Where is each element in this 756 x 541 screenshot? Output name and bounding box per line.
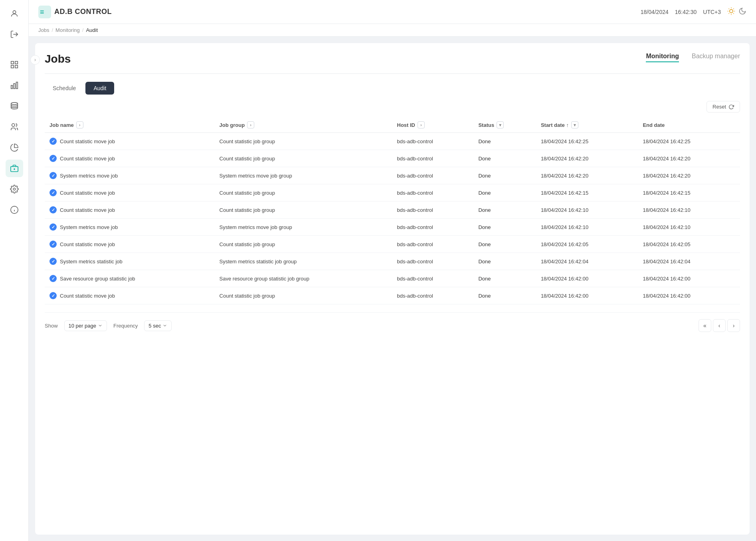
job-name-cell: System metrics move job	[45, 167, 215, 184]
reset-button[interactable]: Reset	[707, 101, 740, 113]
svg-line-27	[729, 13, 729, 14]
col-job-group: Job group ›	[215, 117, 392, 133]
host-id-cell: bds-adb-control	[392, 133, 474, 150]
job-group-cell: System metrics move job group	[215, 219, 392, 236]
breadcrumb-sep-2: /	[82, 27, 84, 33]
start-date-cell: 18/04/2024 16:42:25	[536, 133, 638, 150]
sidebar-item-users[interactable]	[6, 118, 23, 136]
job-group-cell: Count statistic job group	[215, 201, 392, 219]
tab-backup-manager[interactable]: Backup manager	[692, 53, 740, 62]
status-cell: Done	[473, 270, 536, 287]
table-row[interactable]: Count statistic move job Count statistic…	[45, 287, 740, 304]
job-name: System metrics move job	[60, 173, 118, 179]
first-page-btn[interactable]: «	[699, 319, 711, 332]
start-date-cell: 18/04/2024 16:42:10	[536, 201, 638, 219]
subtab-schedule[interactable]: Schedule	[45, 82, 84, 95]
host-id-cell: bds-adb-control	[392, 167, 474, 184]
table-body: Count statistic move job Count statistic…	[45, 133, 740, 304]
filter-start-date[interactable]: ▼	[571, 121, 578, 128]
content-wrapper: › Jobs Monitoring Backup manager Schedul…	[29, 37, 756, 541]
frequency-select[interactable]: 5 sec	[144, 320, 172, 331]
sidebar-item-analytics[interactable]	[6, 77, 23, 94]
end-date-cell: 18/04/2024 16:42:05	[638, 236, 740, 253]
reset-icon	[728, 104, 734, 110]
table: Job name › Job group ›	[45, 117, 740, 304]
sidebar-item-charts[interactable]	[6, 139, 23, 156]
per-page-value: 10 per page	[69, 323, 96, 329]
sort-job-name[interactable]: ›	[76, 121, 83, 128]
job-name-cell: Count statistic move job	[45, 201, 215, 219]
col-status: Status ▼	[473, 117, 536, 133]
header-time: 16:42:30	[675, 9, 697, 15]
sidebar-item-database[interactable]	[6, 97, 23, 115]
status-cell: Done	[473, 287, 536, 304]
host-id-cell: bds-adb-control	[392, 253, 474, 270]
col-start-date: Start date ↑ ▼	[536, 117, 638, 133]
host-id-cell: bds-adb-control	[392, 219, 474, 236]
logo-icon: ≡	[38, 6, 51, 18]
job-group-cell: Count statistic job group	[215, 133, 392, 150]
prev-page-btn[interactable]: ‹	[713, 319, 726, 332]
header: ≡ AD.B CONTROL 18/04/2024 16:42:30 UTC+3	[29, 0, 756, 24]
show-label: Show	[45, 323, 58, 329]
table-row[interactable]: System metrics move job System metrics m…	[45, 219, 740, 236]
start-date-cell: 18/04/2024 16:42:20	[536, 167, 638, 184]
per-page-select[interactable]: 10 per page	[64, 320, 107, 331]
sidebar	[0, 0, 29, 541]
next-page-btn[interactable]: ›	[727, 319, 740, 332]
collapse-sidebar-btn[interactable]: ›	[30, 55, 40, 65]
table-row[interactable]: System metrics move job System metrics m…	[45, 167, 740, 184]
sidebar-item-logout[interactable]	[6, 26, 23, 43]
job-name: Count statistic move job	[60, 241, 115, 247]
job-group-cell: Count statistic job group	[215, 150, 392, 167]
job-name: Save resource group statistic job	[60, 276, 135, 282]
sidebar-item-settings[interactable]	[6, 180, 23, 198]
end-date-cell: 18/04/2024 16:42:10	[638, 201, 740, 219]
sort-host-id[interactable]: ›	[418, 121, 425, 128]
svg-rect-7	[14, 83, 15, 89]
table-row[interactable]: Count statistic move job Count statistic…	[45, 150, 740, 167]
main-content: ≡ AD.B CONTROL 18/04/2024 16:42:30 UTC+3	[29, 0, 756, 541]
moon-icon[interactable]	[738, 7, 746, 16]
table-row[interactable]: Count statistic move job Count statistic…	[45, 201, 740, 219]
job-name: Count statistic move job	[60, 293, 115, 299]
breadcrumb-monitoring[interactable]: Monitoring	[55, 27, 80, 33]
job-name: System metrics move job	[60, 224, 118, 230]
table-row[interactable]: Count statistic move job Count statistic…	[45, 236, 740, 253]
svg-point-20	[730, 10, 733, 13]
svg-rect-8	[16, 82, 18, 89]
table-row[interactable]: System metrics statistic job System metr…	[45, 253, 740, 270]
sidebar-item-jobs[interactable]	[6, 160, 23, 177]
svg-line-23	[729, 9, 729, 9]
sidebar-item-dashboard[interactable]	[6, 56, 23, 73]
status-cell: Done	[473, 201, 536, 219]
table-row[interactable]: Save resource group statistic job Save r…	[45, 270, 740, 287]
end-date-cell: 18/04/2024 16:42:00	[638, 287, 740, 304]
sun-icon[interactable]	[727, 7, 735, 16]
subtab-audit[interactable]: Audit	[85, 82, 114, 95]
job-name: Count statistic move job	[60, 138, 115, 144]
status-check-icon	[49, 189, 57, 196]
svg-rect-2	[11, 61, 13, 64]
header-right: 18/04/2024 16:42:30 UTC+3	[641, 7, 746, 16]
tab-monitoring[interactable]: Monitoring	[646, 53, 679, 62]
job-group-cell: Save resource group statistic job group	[215, 270, 392, 287]
svg-text:≡: ≡	[40, 8, 44, 16]
start-date-cell: 18/04/2024 16:42:15	[536, 184, 638, 201]
breadcrumb-jobs[interactable]: Jobs	[38, 27, 49, 33]
table-row[interactable]: Count statistic move job Count statistic…	[45, 133, 740, 150]
sidebar-item-info[interactable]	[6, 201, 23, 219]
job-name: Count statistic move job	[60, 207, 115, 213]
svg-line-28	[733, 9, 734, 9]
toolbar: Reset	[45, 101, 740, 113]
filter-status[interactable]: ▼	[497, 121, 504, 128]
sidebar-item-user[interactable]	[6, 5, 23, 22]
breadcrumb-sep-1: /	[51, 27, 53, 33]
table-row[interactable]: Count statistic move job Count statistic…	[45, 184, 740, 201]
job-name-cell: System metrics statistic job	[45, 253, 215, 270]
sort-job-group[interactable]: ›	[247, 121, 254, 128]
status-check-icon	[49, 223, 57, 231]
svg-rect-6	[11, 85, 12, 89]
status-check-icon	[49, 275, 57, 282]
host-id-cell: bds-adb-control	[392, 236, 474, 253]
